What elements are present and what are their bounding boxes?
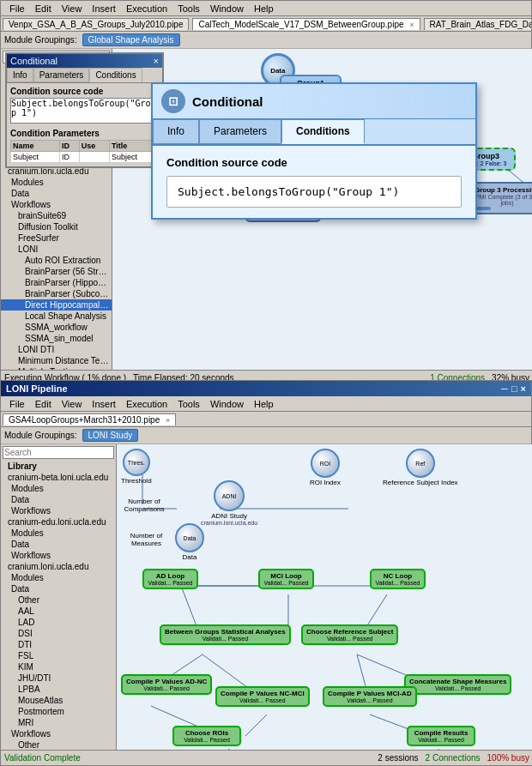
b-dsi[interactable]: DSI bbox=[1, 628, 116, 639]
b-menu-execution[interactable]: Execution bbox=[121, 399, 172, 409]
sidebar-brainparser-sub[interactable]: BrainParser (Subcortical) bbox=[1, 288, 112, 299]
big-tab-parameters[interactable]: Parameters bbox=[199, 119, 281, 144]
tab-caltech[interactable]: CalTech_ModelScale_V17_DSM_BetweenGroup.… bbox=[192, 18, 420, 30]
b-postmortem[interactable]: Postmortem bbox=[1, 706, 116, 717]
b-aal[interactable]: AAL bbox=[1, 606, 116, 617]
b-menu-edit[interactable]: Edit bbox=[30, 399, 57, 409]
b-menu-file[interactable]: File bbox=[4, 399, 30, 409]
b-data-3[interactable]: Data bbox=[1, 583, 116, 594]
b-compile-results-node[interactable]: Compile Results Validati... Passed bbox=[407, 726, 475, 746]
menu-insert[interactable]: Insert bbox=[87, 3, 121, 14]
b-kim[interactable]: KIM bbox=[1, 661, 116, 673]
maximize-icon[interactable]: □ bbox=[511, 383, 517, 394]
b-nc-loop-node[interactable]: NC Loop Validat... Passed bbox=[370, 569, 426, 589]
b-library[interactable]: Library bbox=[1, 461, 116, 472]
minimize-icon[interactable]: ─ bbox=[501, 383, 508, 394]
popup-tab-info[interactable]: Info bbox=[7, 68, 33, 82]
b-menu-tools[interactable]: Tools bbox=[172, 399, 205, 409]
b-fsl[interactable]: FSL bbox=[1, 650, 116, 661]
b-compile-mci-ad-node[interactable]: Compile P Values MCI-AD Validati... Pass… bbox=[323, 686, 417, 707]
b-cranium-edu[interactable]: cranium-edu.loni.ucla.edu bbox=[1, 516, 116, 528]
b-between-groups-node[interactable]: Between Groups Statistical Analyses Vali… bbox=[160, 624, 291, 645]
b-modules-3[interactable]: Modules bbox=[1, 572, 116, 583]
sidebar-local-shape[interactable]: Local Shape Analysis bbox=[1, 311, 112, 322]
top-menu-bar: File Edit View Insert Execution Tools Wi… bbox=[1, 1, 531, 16]
popup-tab-conditions[interactable]: Conditions bbox=[89, 68, 142, 82]
sidebar-freesurfer[interactable]: FreeSurfer bbox=[1, 232, 112, 244]
b-cranium-loni[interactable]: cranium.loni.ucla.edu bbox=[1, 561, 116, 572]
b-mouseatlas[interactable]: MouseAtlas bbox=[1, 695, 116, 706]
b-workflows-3[interactable]: Workflows bbox=[1, 728, 116, 739]
b-workflows-1[interactable]: Workflows bbox=[1, 505, 116, 516]
b-menu-help[interactable]: Help bbox=[249, 399, 279, 409]
sidebar-modules-3[interactable]: Modules bbox=[1, 177, 112, 188]
menu-view[interactable]: View bbox=[57, 3, 88, 14]
b-ref-subj-node[interactable]: Ref Reference Subject Index bbox=[383, 449, 458, 486]
sidebar-brainsuite[interactable]: brainSuite69 bbox=[1, 210, 112, 221]
b-menu-window[interactable]: Window bbox=[205, 399, 249, 409]
sidebar-brainparser-56[interactable]: BrainParser (56 Structures) bbox=[1, 266, 112, 277]
condition-textarea[interactable]: Subject.belongsToGroup("Group 1") bbox=[10, 98, 159, 124]
b-lpba[interactable]: LPBA bbox=[1, 684, 116, 695]
sidebar-workflows-3[interactable]: Workflows bbox=[1, 199, 112, 210]
menu-window[interactable]: Window bbox=[205, 3, 249, 14]
menu-execution[interactable]: Execution bbox=[121, 3, 172, 14]
menu-edit[interactable]: Edit bbox=[30, 3, 57, 14]
b-concat-shape-node[interactable]: Concatenate Shape Measures Validati... P… bbox=[404, 674, 511, 695]
b-dti[interactable]: DTI bbox=[1, 639, 116, 650]
b-roi-index-node[interactable]: ROI ROI Index bbox=[310, 449, 341, 486]
bottom-tab[interactable]: GSA4LoopGroups+March31+2010.pipe × bbox=[3, 413, 176, 425]
b-modules-2[interactable]: Modules bbox=[1, 528, 116, 539]
big-tab-info[interactable]: Info bbox=[153, 119, 199, 144]
b-workflows-2[interactable]: Workflows bbox=[1, 550, 116, 561]
menu-help[interactable]: Help bbox=[249, 3, 279, 14]
sidebar-loni-dti[interactable]: LONI DTI bbox=[1, 344, 112, 355]
menu-tools[interactable]: Tools bbox=[172, 3, 205, 14]
popup-close-icon[interactable]: × bbox=[154, 56, 159, 66]
b-menu-insert[interactable]: Insert bbox=[87, 399, 121, 409]
sidebar-loni[interactable]: LONI bbox=[1, 244, 112, 255]
sidebar-brainparser-hippo[interactable]: BrainParser (Hippocampus) bbox=[1, 277, 112, 288]
grouping-button[interactable]: Global Shape Analysis bbox=[82, 33, 180, 46]
sidebar-diffusion[interactable]: Diffusion Toolkit bbox=[1, 221, 112, 232]
b-compile-ad-nc-node[interactable]: Compile P Values AD-NC Validati... Passe… bbox=[121, 674, 212, 695]
b-choose-rois-node[interactable]: Choose ROIs Validati... Passed bbox=[172, 726, 241, 746]
b-data-1[interactable]: Data bbox=[1, 494, 116, 505]
big-cond-code[interactable]: Subject.belongsToGroup("Group 1") bbox=[166, 176, 462, 208]
b-cranium-beta[interactable]: cranium-beta.loni.ucla.edu bbox=[1, 472, 116, 483]
b-grouping-button[interactable]: LONI Study bbox=[82, 429, 139, 442]
big-cond-title: ⊡ Conditional bbox=[153, 84, 475, 119]
sidebar-direct-hippo[interactable]: Direct Hippocampal Mapping bbox=[1, 299, 112, 311]
tab-close-icon[interactable]: × bbox=[409, 21, 414, 29]
b-jhu-dti[interactable]: JHU/DTI bbox=[1, 673, 116, 684]
menu-file[interactable]: File bbox=[4, 3, 30, 14]
b-search-input[interactable] bbox=[3, 446, 114, 459]
b-adni-node[interactable]: ADNI ADNI Study cranium.loni.ucla.edu bbox=[201, 480, 257, 526]
popup-title-bar[interactable]: Conditional × bbox=[7, 54, 162, 68]
b-ad-loop-node[interactable]: AD Loop Validat... Passed bbox=[142, 569, 198, 589]
b-lad[interactable]: LAD bbox=[1, 617, 116, 628]
sidebar-auto-roi[interactable]: Auto ROI Extraction bbox=[1, 255, 112, 266]
tab-rat[interactable]: RAT_Brain_Atlas_FDG_Data_July2010.pipe bbox=[424, 18, 531, 30]
b-choose-ref-node[interactable]: Choose Reference Subject Validati... Pas… bbox=[301, 624, 398, 645]
b-modules-1[interactable]: Modules bbox=[1, 483, 116, 494]
b-other[interactable]: Other bbox=[1, 594, 116, 606]
b-data-node[interactable]: Data Data bbox=[175, 523, 204, 561]
tab-venpx[interactable]: Venpx_GSA_A_B_AS_Groups_July2010.pipe bbox=[3, 18, 189, 30]
b-menu-view[interactable]: View bbox=[57, 399, 88, 409]
b-mci-loop-node[interactable]: MCI Loop Validat... Passed bbox=[258, 569, 314, 589]
sidebar-ssma-sin[interactable]: SSMA_sin_model bbox=[1, 333, 112, 344]
big-tab-conditions[interactable]: Conditions bbox=[281, 119, 365, 144]
b-mri[interactable]: MRI bbox=[1, 717, 116, 728]
top-tab-bar: Venpx_GSA_A_B_AS_Groups_July2010.pipe Ca… bbox=[1, 16, 531, 32]
popup-tab-parameters[interactable]: Parameters bbox=[33, 68, 90, 82]
group3-processing-node[interactable]: Group 3 Processing PMI Complete (3 of 30… bbox=[469, 182, 532, 214]
close-icon[interactable]: × bbox=[521, 383, 526, 394]
b-data-2[interactable]: Data bbox=[1, 539, 116, 550]
b-threshold-node[interactable]: Thres. Threshold bbox=[121, 449, 152, 485]
sidebar-data-3[interactable]: Data bbox=[1, 188, 112, 199]
bottom-tab-close-icon[interactable]: × bbox=[166, 416, 170, 425]
sidebar-min-dist[interactable]: Minimum Distance Template bbox=[1, 355, 112, 366]
b-compile-nc-mci-node[interactable]: Compile P Values NC-MCI Validati... Pass… bbox=[215, 686, 310, 707]
sidebar-ssma-workflow[interactable]: SSMA_workflow bbox=[1, 322, 112, 333]
